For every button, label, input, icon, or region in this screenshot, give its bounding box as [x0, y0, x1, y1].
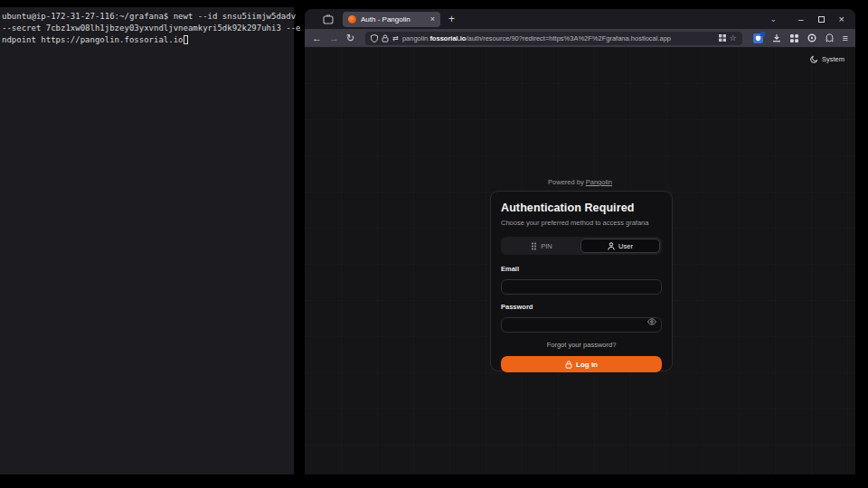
theme-label: System [822, 55, 844, 63]
password-field-wrap [501, 314, 662, 333]
forgot-password-link[interactable]: Forgot your password? [501, 341, 662, 349]
auth-card: Authentication Required Choose your pref… [490, 191, 673, 371]
login-lock-icon [565, 361, 572, 369]
page-content: System Powered by Pangolin Authenticatio… [305, 47, 855, 474]
password-field[interactable] [501, 317, 662, 333]
theme-toggle[interactable]: System [810, 55, 844, 63]
user-icon [608, 242, 615, 250]
tab-title: Auth - Pangolin [361, 15, 426, 23]
terminal-line-text: ndpoint https://pangolin.fossorial.io [2, 35, 183, 44]
downloads-icon[interactable] [772, 33, 781, 42]
pin-dots-icon [531, 242, 537, 250]
lock-icon[interactable] [382, 34, 389, 42]
pangolin-favicon-icon [348, 15, 356, 23]
powered-by: Powered by Pangolin [305, 178, 855, 186]
card-title: Authentication Required [501, 202, 662, 214]
browser-tab-active[interactable]: Auth - Pangolin × [343, 12, 440, 27]
tab-pin-label: PIN [541, 242, 552, 250]
browser-toolbar: ← → ↻ ⇄ pangolin.fossorial.io/auth/resou… [305, 29, 855, 47]
pangolin-link[interactable]: Pangolin [586, 178, 612, 186]
show-password-eye-icon[interactable] [647, 318, 656, 325]
password-label: Password [501, 303, 662, 311]
new-tab-button[interactable]: + [448, 13, 455, 25]
url-domain: fossorial.io [429, 34, 466, 42]
list-all-tabs-icon[interactable]: ⌄ [769, 14, 777, 23]
terminal-line: ndpoint https://pangolin.fossorial.io [2, 34, 293, 46]
firefox-view-icon[interactable] [323, 14, 334, 24]
maximize-button[interactable] [818, 16, 825, 23]
back-button[interactable]: ← [312, 33, 322, 43]
email-field-wrap [501, 277, 662, 295]
window-controls: – × [798, 14, 844, 24]
terminal-line: --secret 7cbz1xw08lh1jbzey03yxvndljvneam… [2, 23, 293, 34]
moon-icon [810, 55, 818, 63]
close-window-button[interactable]: × [839, 14, 844, 24]
card-subtitle: Choose your preferred method to access g… [501, 219, 662, 227]
ghost-extension-icon[interactable] [826, 33, 834, 42]
powered-by-text: Powered by [548, 178, 584, 186]
forward-button[interactable]: → [329, 33, 339, 43]
url-bar[interactable]: ⇄ pangolin.fossorial.io/auth/resource/90… [365, 32, 741, 45]
toolbar-extensions: ≡ [753, 33, 848, 43]
tab-user[interactable]: User [580, 239, 660, 253]
minimize-button[interactable]: – [798, 14, 804, 24]
email-label: Email [501, 265, 662, 273]
shortcuts-grid-icon[interactable] [719, 34, 726, 42]
terminal-line: ubuntu@ip-172-31-27-116:~/grafana$ newt … [2, 11, 293, 23]
blue-shield-extension-icon[interactable] [753, 33, 763, 43]
browser-tab-bar: Auth - Pangolin × + ⌄ – × [305, 9, 855, 29]
reload-button[interactable]: ↻ [346, 33, 354, 43]
extensions-grid-icon[interactable] [790, 34, 798, 42]
tracking-protection-shield-icon[interactable] [371, 34, 378, 42]
email-field[interactable] [501, 279, 662, 295]
login-button[interactable]: Log in [501, 356, 662, 372]
tab-pin[interactable]: PIN [503, 239, 580, 253]
auth-method-tabs: PIN User [501, 237, 662, 255]
browser-window: Auth - Pangolin × + ⌄ – × ← → ↻ ⇄ pangol… [305, 9, 855, 474]
terminal-cursor [184, 35, 188, 44]
extension-badge [760, 32, 765, 36]
url-prefix: pangolin. [402, 34, 429, 42]
menu-icon[interactable]: ≡ [843, 33, 848, 43]
tab-close-icon[interactable]: × [430, 15, 435, 23]
login-button-label: Log in [576, 361, 598, 369]
url-path: /auth/resource/90?redirect=https%3A%2F%2… [466, 34, 671, 42]
ring-extension-icon[interactable] [807, 33, 816, 42]
url-text: pangolin.fossorial.io/auth/resource/90?r… [402, 34, 715, 42]
translate-swap-icon[interactable]: ⇄ [392, 33, 399, 43]
terminal-window[interactable]: ubuntu@ip-172-31-27-116:~/grafana$ newt … [0, 7, 294, 474]
tab-user-label: User [618, 242, 633, 250]
bookmark-star-icon[interactable]: ☆ [730, 33, 737, 42]
